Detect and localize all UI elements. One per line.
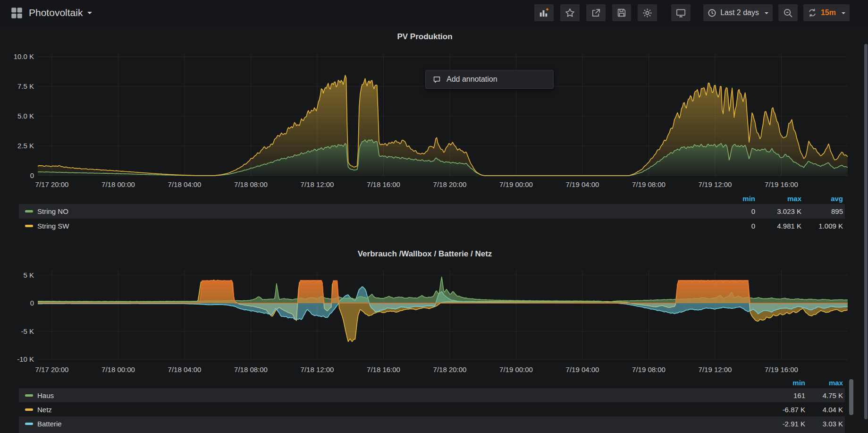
x-axis-label: 7/18 04:00 <box>161 365 208 374</box>
save-button[interactable] <box>612 4 631 21</box>
add-annotation-label: Add annotation <box>447 75 497 84</box>
series-label: String NO <box>37 207 703 215</box>
legend-stat-min: -6.87 K <box>758 406 805 414</box>
legend-stat-avg: 1.009 K <box>801 222 843 230</box>
legend-scrollbar-thumb[interactable] <box>849 379 853 415</box>
x-axis-label: 7/19 04:00 <box>559 180 606 189</box>
chevron-down-icon[interactable] <box>87 12 92 17</box>
y-axis-label: -10 K <box>6 355 34 364</box>
x-axis-label: 7/19 04:00 <box>559 365 606 374</box>
series-color-marker <box>25 225 33 227</box>
series-color-marker <box>25 394 33 397</box>
y-axis-label: -5 K <box>6 327 34 336</box>
series-label: Netz <box>37 406 758 414</box>
series-label: Haus <box>37 391 758 399</box>
time-range-picker[interactable]: Last 2 days <box>703 4 773 21</box>
legend-row[interactable]: String NO03.023 K895 <box>19 204 845 219</box>
legend-header-min[interactable]: min <box>703 195 755 203</box>
series-label: String SW <box>37 222 703 230</box>
share-button[interactable] <box>586 4 606 21</box>
legend-header-row: minmax <box>19 377 845 388</box>
add-annotation-menu-item[interactable]: Add annotation <box>425 70 554 89</box>
dashboards-grid-icon[interactable] <box>10 7 23 19</box>
x-axis-label: 7/19 08:00 <box>625 365 673 374</box>
series-color-marker <box>25 210 33 212</box>
legend-stat-max: 4.04 K <box>805 406 843 414</box>
legend-stat-max: 4.75 K <box>805 391 843 399</box>
x-axis-label: 7/19 08:00 <box>625 180 673 189</box>
panel-title[interactable]: PV Produktion <box>0 32 850 42</box>
navbar-left: Photovoltaik <box>10 7 92 19</box>
navbar: Photovoltaik <box>0 0 868 25</box>
legend-row[interactable]: String SW04.981 K1.009 K <box>19 219 845 233</box>
chevron-down-icon <box>765 12 768 16</box>
x-axis-label: 7/17 20:00 <box>28 365 76 374</box>
y-axis-label: 5.0 K <box>6 112 34 120</box>
comment-bubble-icon <box>432 75 441 84</box>
legend-row[interactable]: Netz-6.87 K4.04 K <box>19 402 845 416</box>
page-scrollbar-thumb[interactable] <box>864 44 868 419</box>
legend-header-min[interactable]: min <box>758 379 805 387</box>
y-axis-label: 5 K <box>6 271 34 280</box>
legend-table: minmaxHaus1614.75 KNetz-6.87 K4.04 KBatt… <box>19 377 845 431</box>
x-axis-label: 7/18 04:00 <box>161 180 208 189</box>
legend-stat-min: 0 <box>703 222 755 230</box>
legend-header-avg[interactable]: avg <box>801 195 843 203</box>
x-axis-label: 7/17 20:00 <box>28 180 76 189</box>
series-color-marker <box>25 423 33 425</box>
x-axis-label: 7/19 16:00 <box>758 180 805 189</box>
series-label: Batterie <box>37 420 758 428</box>
panel-verbrauch-wallbox-batterie-netz: Verbrauch /Wallbox / Batterie / Netz 5 K… <box>0 238 868 433</box>
chart-canvas[interactable] <box>38 267 848 365</box>
y-axis-label: 0 <box>6 299 34 307</box>
x-axis-label: 7/18 16:00 <box>360 180 407 189</box>
x-axis-label: 7/18 20:00 <box>426 365 473 374</box>
refresh-button[interactable]: 15m <box>803 4 850 21</box>
x-axis-label: 7/18 00:00 <box>95 365 142 374</box>
x-axis-label: 7/18 08:00 <box>228 365 275 374</box>
refresh-icon <box>808 8 817 17</box>
legend-stat-avg: 895 <box>801 207 843 215</box>
x-axis-label: 7/19 00:00 <box>493 365 540 374</box>
x-axis-label: 7/19 00:00 <box>493 180 540 189</box>
series-color-marker <box>25 408 33 411</box>
legend-row-partial[interactable] <box>19 431 845 433</box>
x-axis-label: 7/18 20:00 <box>426 180 473 189</box>
legend-stat-max: 3.023 K <box>755 207 801 215</box>
clock-icon <box>708 8 716 17</box>
time-range-label: Last 2 days <box>720 8 759 17</box>
x-axis-label: 7/19 16:00 <box>758 365 805 374</box>
legend-stat-max: 3.03 K <box>805 420 843 428</box>
legend-table: minmaxavgString NO03.023 K895String SW04… <box>19 193 845 233</box>
legend-header-max[interactable]: max <box>805 379 843 387</box>
legend-header-row: minmaxavg <box>19 193 845 204</box>
navbar-toolbar: Last 2 days 15m <box>534 4 850 21</box>
panel-pv-produktion: PV Produktion Add annotation 10.0 K7.5 K… <box>0 25 868 238</box>
panel-title[interactable]: Verbrauch /Wallbox / Batterie / Netz <box>0 249 850 259</box>
cycle-view-mode-button[interactable] <box>671 4 691 21</box>
y-axis-label: 10.0 K <box>6 52 34 61</box>
refresh-interval-label: 15m <box>821 8 836 17</box>
star-button[interactable] <box>560 4 580 21</box>
legend-row[interactable]: Batterie-2.91 K3.03 K <box>19 416 845 431</box>
x-axis-label: 7/19 12:00 <box>691 365 739 374</box>
dashboard-title[interactable]: Photovoltaik <box>29 7 83 18</box>
legend-row[interactable]: Haus1614.75 K <box>19 388 845 402</box>
y-axis-label: 2.5 K <box>6 142 34 150</box>
add-panel-button[interactable] <box>534 4 554 21</box>
y-axis-label: 7.5 K <box>6 82 34 91</box>
legend-stat-min: -2.91 K <box>758 420 805 428</box>
zoom-out-button[interactable] <box>778 4 798 21</box>
x-axis-label: 7/18 00:00 <box>95 180 142 189</box>
x-axis-label: 7/18 08:00 <box>228 180 275 189</box>
chevron-down-icon <box>842 12 845 16</box>
y-axis-label: 0 <box>6 171 34 180</box>
legend-stat-min: 0 <box>703 207 755 215</box>
settings-gear-button[interactable] <box>638 4 657 21</box>
legend-stat-min: 161 <box>758 391 805 399</box>
legend-header-max[interactable]: max <box>755 195 801 203</box>
x-axis-label: 7/18 16:00 <box>360 365 407 374</box>
grafana-dashboard: Photovoltaik <box>0 0 868 433</box>
legend-stat-max: 4.981 K <box>755 222 801 230</box>
x-axis-label: 7/18 12:00 <box>294 180 341 189</box>
